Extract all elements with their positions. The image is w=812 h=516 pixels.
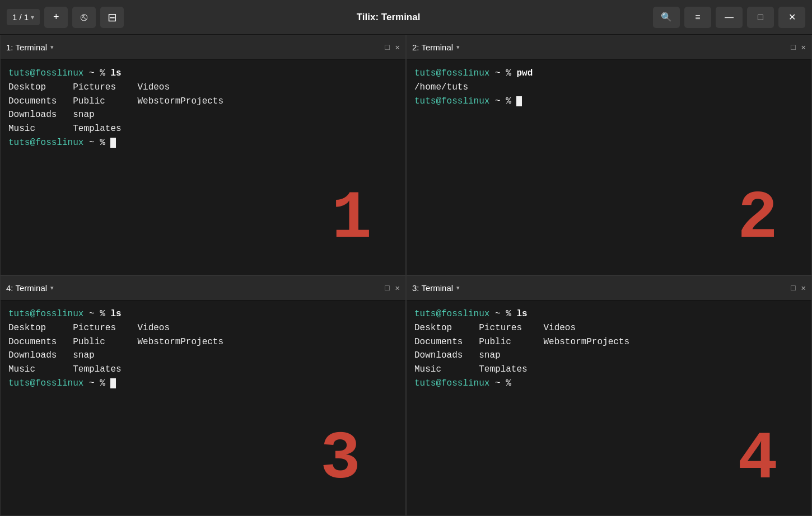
search-icon: 🔍 [661,12,672,22]
terminal-1-maximize-icon[interactable]: □ [385,43,389,52]
terminal-4-annotation: 3 [320,426,361,493]
terminal-2-content[interactable]: tuts@fosslinux ~ % pwd /home/tuts tuts@f… [407,60,811,275]
terminal-1-chevron-icon: ▾ [50,44,54,51]
terminal-2-cursor [516,96,522,106]
terminal-2-maximize-icon[interactable]: □ [791,43,795,52]
terminal-3-chevron-icon: ▾ [456,284,460,292]
titlebar-right: 🔍 ≡ — □ ✕ [653,7,805,28]
terminal-3-output: tuts@fosslinux ~ % ls Desktop Pictures V… [414,307,804,391]
terminal-4-tab-bar-right: □ ✕ [385,283,400,293]
search-button[interactable]: 🔍 [653,7,680,28]
terminal-3-annotation: 4 [738,426,778,493]
terminal-4-close-icon[interactable]: ✕ [395,283,400,293]
split-icon: ⊟ [108,11,117,24]
terminal-2-close-icon[interactable]: ✕ [801,43,806,52]
terminal-2-annotation: 2 [738,185,778,252]
new-session-icon: ⎋ [81,11,87,24]
new-session-button[interactable]: ⎋ [72,7,96,28]
titlebar: 1 / 1 ▾ + ⎋ ⊟ Tilix: Terminal 🔍 ≡ — □ ✕ [0,0,812,35]
terminal-2-label: 2: Terminal ▾ [412,43,791,52]
terminal-3-close-icon[interactable]: ✕ [801,283,806,293]
terminal-2-output: tuts@fosslinux ~ % pwd /home/tuts tuts@f… [414,67,804,108]
window-title: Tilix: Terminal [128,12,648,23]
terminal-1-annotation: 1 [332,185,372,252]
terminal-4-maximize-icon[interactable]: □ [385,284,389,293]
maximize-button[interactable]: □ [747,7,774,28]
close-button[interactable]: ✕ [778,7,805,28]
terminal-3-content[interactable]: tuts@fosslinux ~ % ls Desktop Pictures V… [407,301,811,515]
menu-button[interactable]: ≡ [684,7,711,28]
terminal-4-cursor [110,378,116,388]
terminal-1-tab-bar: 1: Terminal ▾ □ ✕ [1,35,405,60]
terminal-4-chevron-icon: ▾ [50,284,54,292]
hamburger-icon: ≡ [695,12,700,22]
terminal-pane-2[interactable]: 2: Terminal ▾ □ ✕ tuts@fosslinux ~ % pwd… [406,35,812,275]
terminal-3-tab-bar: 3: Terminal ▾ □ ✕ [407,276,811,301]
terminal-2-tab-bar: 2: Terminal ▾ □ ✕ [407,35,811,60]
tab-chevron-icon: ▾ [31,13,34,21]
minimize-button[interactable]: — [716,7,743,28]
terminal-3-maximize-icon[interactable]: □ [791,284,795,293]
terminal-pane-3[interactable]: 3: Terminal ▾ □ ✕ tuts@fosslinux ~ % ls … [406,275,812,516]
plus-icon: + [53,11,59,23]
terminal-1-close-icon[interactable]: ✕ [395,43,400,52]
terminal-pane-1[interactable]: 1: Terminal ▾ □ ✕ tuts@fosslinux ~ % ls … [0,35,406,275]
terminal-pane-4[interactable]: 4: Terminal ▾ □ ✕ tuts@fosslinux ~ % ls … [0,275,406,516]
terminal-3-tab-bar-right: □ ✕ [791,283,806,293]
terminal-4-tab-bar: 4: Terminal ▾ □ ✕ [1,276,405,301]
tab-count-label: 1 / 1 [12,12,29,22]
maximize-icon: □ [758,12,763,22]
terminal-1-tab-bar-right: □ ✕ [385,43,400,52]
terminals-grid: 1: Terminal ▾ □ ✕ tuts@fosslinux ~ % ls … [0,35,812,516]
tab-indicator[interactable]: 1 / 1 ▾ [7,9,40,25]
terminal-1-label: 1: Terminal ▾ [6,43,385,52]
terminal-2-tab-bar-right: □ ✕ [791,43,806,52]
terminal-4-label: 4: Terminal ▾ [6,283,385,293]
terminal-3-label: 3: Terminal ▾ [412,283,791,293]
add-tab-button[interactable]: + [44,7,68,28]
terminal-1-content[interactable]: tuts@fosslinux ~ % ls Desktop Pictures V… [1,60,405,275]
terminal-2-chevron-icon: ▾ [456,44,460,51]
titlebar-left: 1 / 1 ▾ + ⎋ ⊟ [7,7,124,28]
terminal-1-output: tuts@fosslinux ~ % ls Desktop Pictures V… [8,67,398,150]
split-button[interactable]: ⊟ [100,7,124,28]
close-icon: ✕ [788,12,796,22]
minimize-icon: — [725,12,734,22]
terminal-4-output: tuts@fosslinux ~ % ls Desktop Pictures V… [8,307,398,391]
terminal-4-content[interactable]: tuts@fosslinux ~ % ls Desktop Pictures V… [1,301,405,515]
terminal-1-cursor [110,138,116,148]
